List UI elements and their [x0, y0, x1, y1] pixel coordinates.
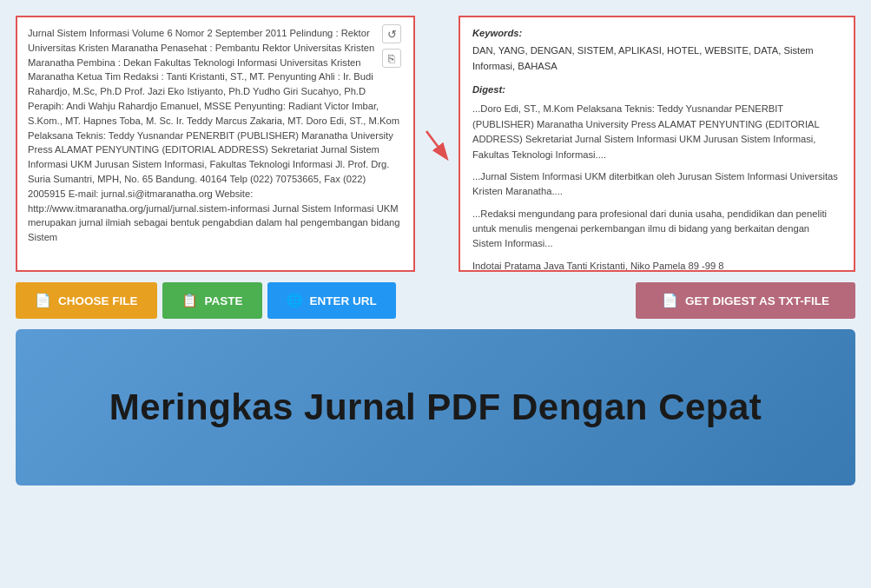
bottom-banner: Meringkas Jurnal PDF Dengan Cepat — [16, 329, 855, 486]
left-panel-text: Jurnal Sistem Informasi Volume 6 Nomor 2… — [28, 28, 400, 242]
left-panel-content[interactable]: Jurnal Sistem Informasi Volume 6 Nomor 2… — [17, 17, 413, 270]
copy-icon: ⎘ — [388, 52, 395, 65]
digest-entry-4: Indotai Pratama Java Tanti Kristanti, Ni… — [472, 259, 841, 270]
paste-label: PASTE — [205, 294, 243, 307]
digest-entry-2: ...Jurnal Sistem Informasi UKM diterbitk… — [472, 169, 841, 200]
enter-url-label: ENTER URL — [310, 294, 377, 307]
file-icon: 📄 — [35, 293, 51, 308]
arrow-icon — [424, 118, 450, 170]
toolbar: 📄 CHOOSE FILE 📋 PASTE 🌐 ENTER URL 📄 GET … — [0, 272, 871, 329]
left-text-panel: Jurnal Sistem Informasi Volume 6 Nomor 2… — [16, 16, 415, 272]
banner-title: Meringkas Jurnal PDF Dengan Cepat — [109, 386, 762, 428]
globe-icon: 🌐 — [287, 293, 303, 308]
choose-file-button[interactable]: 📄 CHOOSE FILE — [16, 282, 157, 319]
choose-file-label: CHOOSE FILE — [58, 294, 138, 307]
right-text-panel: Keywords: DAN, YANG, DENGAN, SISTEM, APL… — [459, 16, 855, 272]
copy-icon-btn[interactable]: ⎘ — [382, 49, 401, 68]
arrow-connector — [424, 16, 450, 272]
keywords-label: Keywords: — [472, 26, 841, 41]
paste-button[interactable]: 📋 PASTE — [162, 282, 262, 319]
refresh-icon: ↺ — [387, 28, 397, 41]
enter-url-button[interactable]: 🌐 ENTER URL — [267, 282, 396, 319]
digest-entry-3: ...Redaksi mengundang para profesional d… — [472, 207, 841, 252]
digest-icon: 📄 — [662, 293, 678, 308]
panel-icon-group: ↺ ⎘ — [382, 24, 401, 68]
paste-icon: 📋 — [181, 293, 198, 308]
digest-entry-1: ...Doro Edi, ST., M.Kom Pelaksana Teknis… — [472, 102, 841, 162]
right-panel-content[interactable]: Keywords: DAN, YANG, DENGAN, SISTEM, APL… — [460, 17, 854, 270]
digest-label: Digest: — [472, 83, 841, 97]
get-digest-button[interactable]: 📄 GET DIGEST AS TXT-FILE — [636, 282, 855, 319]
svg-line-1 — [426, 131, 446, 157]
refresh-icon-btn[interactable]: ↺ — [382, 24, 401, 43]
keywords-text: DAN, YANG, DENGAN, SISTEM, APLIKASI, HOT… — [472, 43, 841, 74]
get-digest-label: GET DIGEST AS TXT-FILE — [685, 294, 829, 307]
